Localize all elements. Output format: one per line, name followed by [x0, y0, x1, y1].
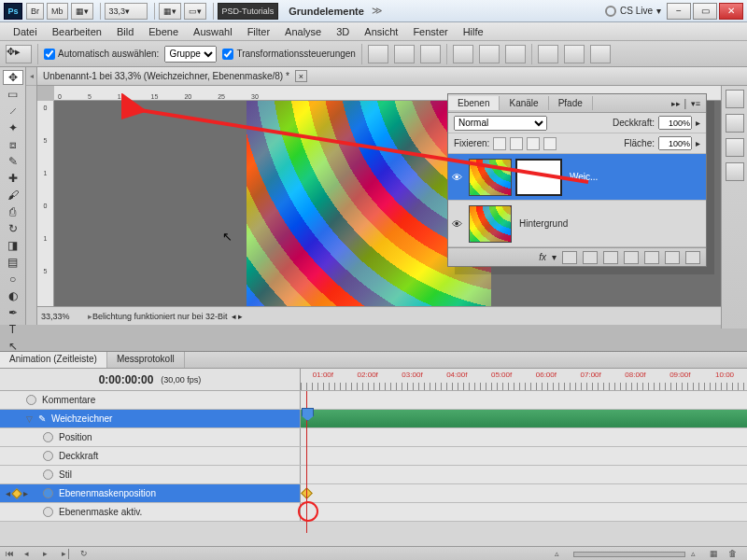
align-vcenter-icon[interactable]: [394, 45, 415, 63]
track-stil[interactable]: Stil: [0, 466, 301, 483]
window-maximize-button[interactable]: ▭: [693, 3, 717, 20]
menu-3d[interactable]: 3D: [329, 24, 357, 39]
tab-kanaele[interactable]: Kanäle: [500, 96, 548, 110]
menu-ansicht[interactable]: Ansicht: [357, 24, 405, 39]
lock-transparent-icon[interactable]: [493, 137, 506, 150]
new-layer-icon[interactable]: [665, 251, 680, 264]
minibridge-button[interactable]: Mb: [47, 3, 68, 20]
distribute-1-icon[interactable]: [538, 45, 558, 63]
tab-ebenen[interactable]: Ebenen: [448, 96, 500, 110]
lock-pixels-icon[interactable]: [510, 137, 523, 150]
track-ebenenmaskenposition[interactable]: ◂ ▸ Ebenenmaskenposition: [0, 484, 301, 502]
swatches-panel-icon[interactable]: [726, 90, 744, 108]
gradient-tool[interactable]: ▤: [3, 255, 23, 270]
menu-fenster[interactable]: Fenster: [405, 24, 455, 39]
time-ruler[interactable]: 01:00f02:00f03:00f04:00f05:00f06:00f07:0…: [301, 369, 747, 390]
history-brush-tool[interactable]: ↻: [3, 221, 23, 236]
bridge-button[interactable]: Br: [26, 3, 44, 20]
play-icon[interactable]: ▸: [43, 549, 56, 560]
transform-controls-checkbox[interactable]: Transformationssteuerungen: [222, 49, 355, 60]
stopwatch-icon[interactable]: [43, 469, 53, 480]
workspace-psd-tutorials[interactable]: PSD-Tutorials: [218, 3, 279, 20]
type-tool[interactable]: T: [3, 322, 23, 337]
menu-datei[interactable]: Datei: [6, 24, 45, 39]
menu-hilfe[interactable]: Hilfe: [456, 24, 491, 39]
stamp-tool[interactable]: ⎙: [3, 204, 23, 219]
close-document-icon[interactable]: ×: [295, 70, 307, 82]
distribute-2-icon[interactable]: [564, 45, 585, 63]
menu-ebene[interactable]: Ebene: [141, 24, 186, 39]
rewind-icon[interactable]: ⏮: [6, 549, 19, 560]
panel-collapse-icon[interactable]: ▸▸ │ ▾≡: [666, 99, 706, 108]
delete-icon[interactable]: 🗑: [728, 549, 741, 560]
blendmode-select[interactable]: Normal: [454, 116, 547, 131]
loop-icon[interactable]: ↻: [80, 549, 93, 560]
expand-icon[interactable]: ▽: [26, 414, 33, 424]
delete-layer-icon[interactable]: [685, 251, 700, 264]
document-tab[interactable]: Unbenannt-1 bei 33,3% (Weichzeichner, Eb…: [37, 67, 747, 86]
auto-select-target-select[interactable]: Gruppe: [164, 46, 217, 63]
new-group-icon[interactable]: [644, 251, 659, 264]
vertical-ruler[interactable]: 051015: [37, 101, 54, 306]
align-right-icon[interactable]: [505, 45, 526, 63]
fill-input[interactable]: [658, 136, 692, 150]
link-layers-icon[interactable]: [562, 251, 577, 264]
convert-frames-icon[interactable]: ▦: [710, 549, 723, 560]
track-weichzeichner[interactable]: ▽✎Weichzeichner: [0, 410, 301, 427]
lock-all-icon[interactable]: [543, 137, 557, 150]
align-top-icon[interactable]: [368, 45, 388, 63]
zoom-slider[interactable]: [573, 552, 685, 557]
styles-panel-icon[interactable]: [726, 162, 744, 181]
layer-thumbnail[interactable]: [469, 205, 512, 243]
next-frame-icon[interactable]: ▸│: [62, 549, 75, 560]
tab-pfade[interactable]: Pfade: [549, 96, 593, 110]
keyframe-icon[interactable]: [301, 487, 313, 499]
move-tool-preset-icon[interactable]: ✥▸: [6, 45, 32, 63]
visibility-icon[interactable]: 👁: [452, 172, 465, 183]
eraser-tool[interactable]: ◨: [3, 238, 23, 253]
zoom-level-dropdown[interactable]: 33,3 ▾: [105, 3, 148, 20]
move-tool[interactable]: ✥: [3, 70, 23, 85]
menu-analyse[interactable]: Analyse: [277, 24, 329, 39]
align-left-icon[interactable]: [453, 45, 473, 63]
eyedropper-tool[interactable]: ✎: [3, 154, 23, 169]
adjustments-panel-icon[interactable]: [726, 138, 744, 157]
lasso-tool[interactable]: ⟋: [3, 104, 23, 119]
menu-auswahl[interactable]: Auswahl: [186, 24, 240, 39]
dodge-tool[interactable]: ◐: [3, 288, 23, 303]
align-bottom-icon[interactable]: [420, 45, 441, 63]
lock-position-icon[interactable]: [527, 137, 540, 150]
track-ebenenmaske-aktiv[interactable]: Ebenenmaske aktiv.: [0, 503, 301, 521]
tab-messprotokoll[interactable]: Messprotokoll: [107, 352, 185, 368]
layer-name[interactable]: Hintergrund: [519, 218, 568, 229]
workspace-more-icon[interactable]: ≫: [372, 5, 383, 17]
wand-tool[interactable]: ✦: [3, 120, 23, 135]
stopwatch-icon[interactable]: [43, 451, 53, 461]
keyframe-nav-icon[interactable]: [11, 488, 21, 498]
stopwatch-icon[interactable]: [26, 395, 36, 405]
layer-row[interactable]: 👁 Weic...: [448, 154, 706, 201]
pen-tool[interactable]: ✒: [3, 305, 23, 320]
layer-name[interactable]: Weic...: [570, 172, 598, 182]
track-kommentare[interactable]: Kommentare: [0, 391, 301, 409]
stopwatch-icon[interactable]: [43, 432, 53, 442]
menu-bearbeiten[interactable]: Bearbeiten: [45, 24, 109, 39]
menu-filter[interactable]: Filter: [240, 24, 277, 39]
align-hcenter-icon[interactable]: [479, 45, 500, 63]
workspace-grundelemente[interactable]: Grundelemente: [281, 6, 372, 17]
layer-mask-icon[interactable]: [603, 251, 618, 264]
heal-tool[interactable]: ✚: [3, 171, 23, 186]
menu-bild[interactable]: Bild: [109, 24, 141, 39]
zoom-in-icon[interactable]: ▵: [691, 549, 704, 560]
arrange-button[interactable]: ▦▾: [159, 3, 181, 20]
adjustment-layer-icon[interactable]: [624, 251, 639, 264]
opacity-input[interactable]: [658, 116, 692, 130]
screenmode-button[interactable]: ▦▾: [71, 3, 93, 20]
collapse-toggle-icon[interactable]: ◂: [26, 67, 36, 86]
layer-style-icon[interactable]: [583, 251, 598, 264]
layer-thumbnail[interactable]: [469, 159, 512, 196]
tab-animation[interactable]: Animation (Zeitleiste): [0, 352, 107, 368]
stopwatch-icon[interactable]: [43, 507, 53, 517]
marquee-tool[interactable]: ▭: [3, 87, 23, 102]
distribute-3-icon[interactable]: [590, 45, 611, 63]
